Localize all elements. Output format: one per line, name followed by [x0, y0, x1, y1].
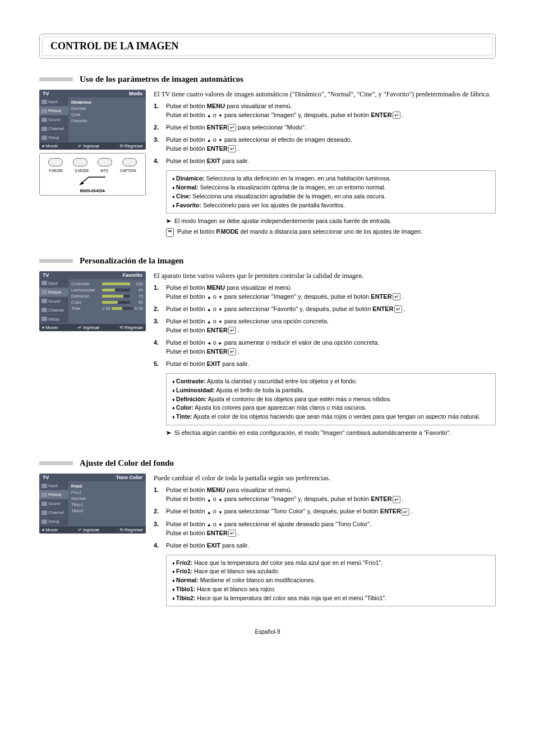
tv-title: TV: [43, 91, 49, 96]
enter-icon: [392, 293, 400, 302]
arrow-up-icon: [207, 520, 211, 529]
tab-channel: Channel: [39, 306, 68, 315]
section-title: Uso de los parámetros de imagen automáti…: [80, 75, 243, 84]
info-row: Dinámico: Selecciona la alta definición …: [172, 174, 490, 183]
channel-icon: [41, 308, 47, 312]
intro-text: Puede cambiar el color de toda la pantal…: [154, 474, 496, 483]
arrow-down-icon: [218, 136, 223, 145]
tv-content: Contraste100 Luminosidad45 Definición75 …: [68, 279, 146, 324]
tv-item: Frío1: [71, 489, 143, 495]
left-col: TVModo Input Picture Sound Channel Setup…: [39, 90, 146, 237]
info-row: Definición: Ajusta el contorno de los ob…: [172, 395, 490, 404]
remote-button: [73, 158, 87, 166]
title-inner: CONTROL DE LA IMAGEN: [42, 36, 493, 56]
tv-footer: ♦ Mover ↵ Ingresar ⟲ Regresar: [39, 526, 146, 534]
note: Si efectúa algún cambio en esta configur…: [166, 429, 496, 437]
step-4: 4.Pulse el botón EXIT para salir.: [154, 541, 496, 550]
right-col: Puede cambiar el color de toda la pantal…: [154, 474, 496, 610]
remote-control: P.MODE S.MODE MTS CAPTION BN59-00429A: [39, 153, 146, 196]
section-title: Ajuste del Color del fondo: [80, 458, 174, 468]
arrow-down-icon: [218, 317, 223, 326]
info-row: Frío1: Hace que el blanco sea azulado.: [172, 567, 490, 576]
tv-tabs: Input Picture Sound Channel Setup: [39, 98, 68, 142]
arrow-left-icon: [207, 338, 211, 347]
step-1: 1.Pulse el botón MENU para visualizar el…: [154, 284, 496, 302]
foot-return: ⟲ Regresar: [119, 143, 143, 149]
setup-icon: [41, 520, 47, 524]
arrow-down-icon: [218, 520, 223, 529]
picture-icon: [41, 290, 47, 294]
tv-item: Normal: [71, 105, 143, 112]
foot-enter: ↵ Ingresar: [78, 527, 100, 532]
intro-text: El aparato tiene varios valores que le p…: [154, 271, 496, 280]
foot-enter: ↵ Ingresar: [78, 325, 100, 330]
tab-picture: Picture: [39, 288, 68, 297]
tv-item: Frío2: [71, 483, 143, 489]
section-color-tone: Ajuste del Color del fondo TVTono Color …: [39, 458, 496, 610]
step-4: 4.Pulse el botón EXIT para salir.: [154, 157, 496, 166]
enter-icon: [228, 123, 236, 132]
enter-icon: [401, 508, 409, 517]
tab-setup: Setup: [39, 133, 68, 142]
info-row: Favorito: Selecciónelo para ver los ajus…: [172, 201, 490, 210]
step-3: 3.Pulse el botón o para seleccionar una …: [154, 317, 496, 335]
right-col: El aparato tiene varios valores que le p…: [154, 271, 496, 440]
tv-subtitle: Favorito: [122, 272, 142, 278]
setup-icon: [41, 317, 47, 321]
tv-subtitle: Modo: [129, 91, 142, 96]
info-row: Contraste: Ajusta la claridad y oscurida…: [172, 377, 490, 386]
steps-list: 1.Pulse el botón MENU para visualizar el…: [154, 284, 496, 369]
foot-move: ♦ Mover: [42, 527, 58, 532]
arrow-right-icon: [218, 338, 223, 347]
tv-footer: ♦ Mover ↵ Ingresar ⟲ Regresar: [39, 324, 146, 331]
channel-icon: [41, 511, 47, 515]
step-3: 3.Pulse el botón o para seleccionar el e…: [154, 136, 496, 154]
arrow-up-icon: [207, 305, 211, 314]
slider-row: Color55: [71, 299, 143, 305]
step-2: 2.Pulse el botón o para seleccionar "Fav…: [154, 305, 496, 314]
step-5: 5.Pulse el botón EXIT para salir.: [154, 360, 496, 369]
head-bar: [39, 259, 73, 263]
tab-sound: Sound: [39, 297, 68, 306]
remote-button: [122, 158, 137, 166]
tab-channel: Channel: [39, 124, 68, 133]
step-4: 4.Pulse el botón o para aumentar o reduc…: [154, 338, 496, 356]
tab-sound: Sound: [39, 499, 68, 508]
steps-list: 1.Pulse el botón MENU para visualizar el…: [154, 102, 496, 166]
intro-text: El TV tiene cuatro valores de imagen aut…: [154, 90, 496, 99]
steps-list: 1.Pulse el botón MENU para visualizar el…: [154, 486, 496, 550]
step-1: 1.Pulse el botón MENU para visualizar el…: [154, 486, 496, 504]
callout-arrow: [43, 176, 142, 187]
step-2: 2.Pulse el botón o para seleccionar "Ton…: [154, 507, 496, 516]
arrow-down-icon: [218, 508, 223, 517]
tab-sound: Sound: [39, 115, 68, 124]
section-head: Uso de los parámetros de imagen automáti…: [39, 75, 496, 84]
info-row: Luminosidad: Ajusta el brillo de toda la…: [172, 386, 490, 395]
enter-icon: [228, 326, 236, 335]
tv-icon: [41, 281, 47, 285]
head-bar: [39, 77, 73, 81]
tab-setup: Setup: [39, 315, 68, 324]
section-auto-picture: Uso de los parámetros de imagen automáti…: [39, 75, 496, 237]
remote-model: BN59-00429A: [43, 189, 142, 193]
tab-picture: Picture: [39, 490, 68, 499]
remote-icon: [166, 228, 174, 237]
arrow-down-icon: [218, 495, 223, 504]
osd-modo: TVModo Input Picture Sound Channel Setup…: [39, 90, 146, 150]
tv-subtitle: Tono Color: [116, 475, 142, 480]
tv-tabs: Input Picture Sound Channel Setup: [39, 279, 68, 324]
osd-favorito: TVFavorito Input Picture Sound Channel S…: [39, 271, 146, 331]
info-row: Cine: Selecciona una visualización agrad…: [172, 192, 490, 201]
tab-input: Input: [39, 98, 68, 106]
remote-button: [98, 158, 112, 166]
picture-icon: [41, 109, 47, 113]
osd-tonocolor: TVTono Color Input Picture Sound Channel…: [39, 474, 146, 534]
tv-icon: [41, 484, 47, 488]
sound-icon: [41, 299, 47, 303]
enter-icon: [394, 305, 402, 314]
enter-icon: [228, 347, 236, 356]
info-box: Frío2: Hace que la temperatura del color…: [166, 555, 496, 607]
sound-icon: [41, 118, 47, 122]
slider-row: Definición75: [71, 293, 143, 299]
tab-input: Input: [39, 279, 68, 288]
